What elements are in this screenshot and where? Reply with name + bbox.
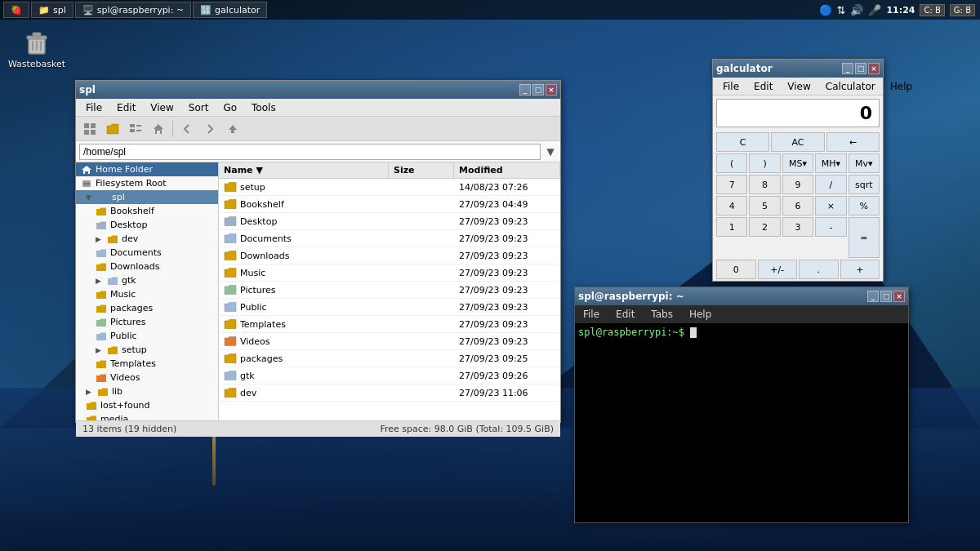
calc-minimize-button[interactable]: _: [842, 63, 853, 74]
terminal-menu-file[interactable]: File: [578, 307, 604, 322]
table-row[interactable]: dev 27/09/23 11:06: [219, 384, 560, 402]
fm-icon-view-button[interactable]: [79, 119, 100, 139]
sidebar-home-folder[interactable]: Home Folder: [76, 162, 218, 176]
fm-folder-button[interactable]: [102, 119, 123, 139]
calc-btn-div[interactable]: /: [815, 175, 846, 194]
table-row[interactable]: setup 14/08/23 07:26: [219, 179, 560, 196]
terminal-menu-edit[interactable]: Edit: [611, 307, 639, 322]
lib-tree-toggle[interactable]: ▶: [86, 388, 94, 396]
table-row[interactable]: gtk 27/09/23 09:26: [219, 367, 560, 384]
sidebar-item-music[interactable]: Music: [76, 287, 218, 301]
sidebar-item-lostfound[interactable]: lost+found: [76, 398, 218, 412]
wastebasket-icon[interactable]: Wastebasket: [8, 24, 65, 73]
sidebar-item-desktop[interactable]: Desktop: [76, 218, 218, 232]
calc-btn-3[interactable]: 3: [782, 217, 813, 237]
calc-btn-allclear[interactable]: AC: [771, 132, 824, 152]
table-row[interactable]: Templates 27/09/23 09:23: [219, 316, 560, 333]
sidebar-item-bookshelf[interactable]: Bookshelf: [76, 204, 218, 218]
taskbar-terminal[interactable]: 🖥️ spl@raspberrypi: ~: [75, 2, 191, 18]
sidebar-item-lib[interactable]: ▶ lib: [76, 384, 218, 398]
bluetooth-icon[interactable]: 🔵: [819, 4, 832, 16]
volume-icon[interactable]: 🔊: [850, 4, 863, 16]
sidebar-item-packages[interactable]: packages: [76, 301, 218, 315]
calc-btn-0[interactable]: 0: [716, 260, 756, 279]
sidebar-item-pictures[interactable]: Pictures: [76, 315, 218, 329]
fm-maximize-button[interactable]: □: [532, 84, 544, 96]
sidebar-item-templates[interactable]: Templates: [76, 357, 218, 371]
calc-close-button[interactable]: ×: [868, 63, 880, 74]
terminal-minimize-button[interactable]: _: [867, 291, 879, 302]
taskbar-applet[interactable]: 🍓: [3, 2, 29, 18]
calc-btn-sqrt[interactable]: sqrt: [849, 175, 880, 194]
fm-col-size[interactable]: Size: [389, 162, 454, 178]
fm-detail-view-button[interactable]: [125, 119, 146, 139]
sidebar-item-documents[interactable]: Documents: [76, 246, 218, 260]
calc-btn-mv[interactable]: Mv▾: [849, 153, 880, 173]
taskbar-spl[interactable]: 📁 spl: [31, 2, 74, 18]
table-row[interactable]: Bookshelf 27/09/23 04:49: [219, 196, 560, 213]
fm-home-button[interactable]: [148, 119, 169, 139]
terminal-maximize-button[interactable]: □: [880, 291, 892, 302]
calc-btn-ms[interactable]: MS▾: [782, 153, 813, 173]
fm-minimize-button[interactable]: _: [519, 84, 531, 96]
calc-btn-pct[interactable]: %: [849, 196, 880, 216]
sidebar-filesystem-root[interactable]: Filesystem Root: [76, 176, 218, 190]
table-row[interactable]: Music 27/09/23 09:23: [219, 264, 560, 282]
fm-col-name[interactable]: Name ▼: [219, 162, 389, 178]
calc-btn-9[interactable]: 9: [782, 175, 813, 194]
fm-close-button[interactable]: ×: [546, 84, 557, 96]
fm-up-button[interactable]: [222, 119, 243, 139]
calc-btn-6[interactable]: 6: [782, 196, 813, 216]
sidebar-item-media[interactable]: media: [76, 412, 218, 420]
table-row[interactable]: Documents 27/09/23 09:23: [219, 230, 560, 247]
terminal-menu-help[interactable]: Help: [684, 307, 716, 322]
terminal-close-button[interactable]: ×: [893, 291, 905, 302]
sidebar-item-dev[interactable]: ▶ dev: [76, 232, 218, 246]
sidebar-item-downloads[interactable]: Downloads: [76, 260, 218, 273]
sidebar-item-gtk[interactable]: ▶ gtk: [76, 273, 218, 287]
taskbar-calc[interactable]: 🔢 galculator: [193, 2, 267, 18]
calc-btn-1[interactable]: 1: [716, 217, 747, 237]
calc-menu-view[interactable]: View: [781, 79, 817, 94]
table-row[interactable]: Downloads 27/09/23 09:23: [219, 247, 560, 264]
sidebar-item-spl[interactable]: ▼ spl: [76, 190, 218, 204]
spl-tree-toggle[interactable]: ▼: [86, 193, 94, 202]
setup-tree-toggle[interactable]: ▶: [96, 346, 104, 354]
table-row[interactable]: Pictures 27/09/23 09:23: [219, 282, 560, 299]
terminal-titlebar[interactable]: spl@raspberrypi: ~ _ □ ×: [575, 287, 908, 305]
fm-menu-go[interactable]: Go: [216, 100, 243, 115]
dev-tree-toggle[interactable]: ▶: [96, 235, 104, 243]
calc-btn-5[interactable]: 5: [749, 196, 780, 216]
calc-btn-mh[interactable]: MH▾: [815, 153, 846, 173]
calc-btn-rparen[interactable]: ): [749, 153, 780, 173]
table-row[interactable]: Videos 27/09/23 09:23: [219, 333, 560, 350]
calc-btn-minus[interactable]: -: [815, 217, 846, 237]
fm-forward-button[interactable]: [199, 119, 220, 139]
calc-menu-edit[interactable]: Edit: [747, 79, 779, 94]
sidebar-item-videos[interactable]: Videos: [76, 371, 218, 384]
fm-address-input[interactable]: [79, 144, 541, 160]
calc-btn-4[interactable]: 4: [716, 196, 747, 216]
table-row[interactable]: packages 27/09/23 09:25: [219, 350, 560, 367]
gtk-tree-toggle[interactable]: ▶: [96, 277, 104, 285]
calc-btn-dot[interactable]: .: [799, 260, 839, 279]
network-icon[interactable]: ⇅: [837, 4, 846, 16]
calc-titlebar[interactable]: galculator _ □ ×: [713, 60, 883, 78]
fm-menu-edit[interactable]: Edit: [110, 100, 142, 115]
calc-btn-7[interactable]: 7: [716, 175, 747, 194]
sidebar-item-public[interactable]: Public: [76, 329, 218, 343]
fm-address-dropdown[interactable]: ▼: [544, 145, 557, 158]
calc-btn-mul[interactable]: ×: [815, 196, 846, 216]
calc-menu-help[interactable]: Help: [884, 79, 919, 94]
mic-icon[interactable]: 🎤: [868, 4, 881, 16]
calc-btn-clear[interactable]: C: [716, 132, 769, 152]
fm-menu-view[interactable]: View: [144, 100, 180, 115]
table-row[interactable]: Desktop 27/09/23 09:23: [219, 213, 560, 230]
fm-back-button[interactable]: [176, 119, 198, 139]
calc-btn-plus[interactable]: +: [840, 260, 880, 279]
calc-btn-2[interactable]: 2: [749, 217, 780, 237]
calc-btn-8[interactable]: 8: [749, 175, 780, 194]
calc-btn-lparen[interactable]: (: [716, 153, 747, 173]
fm-menu-sort[interactable]: Sort: [182, 100, 216, 115]
calc-maximize-button[interactable]: □: [855, 63, 866, 74]
